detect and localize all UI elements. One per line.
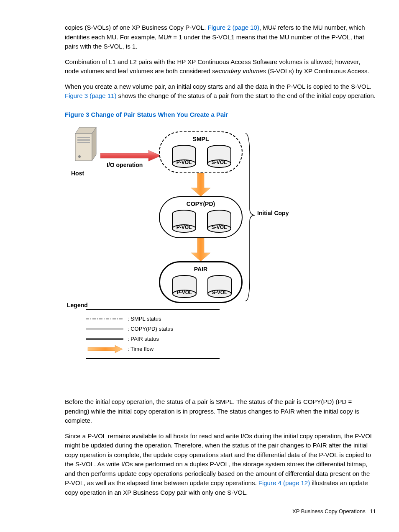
- pair-line-icon: [86, 338, 123, 340]
- paragraph-5: Since a P-VOL remains available to all h…: [65, 432, 376, 498]
- paragraph-4: Before the initial copy operation, the s…: [65, 397, 376, 426]
- copypd-status-box: COPY(PD) P-VOL S-VOL: [159, 196, 243, 238]
- host-icon: [73, 125, 102, 165]
- svol-cylinder: S-VOL: [207, 145, 232, 168]
- smpl-line-icon: [86, 319, 123, 319]
- page-number: 11: [370, 508, 376, 514]
- svol-cylinder: S-VOL: [207, 275, 232, 298]
- copypd-line-icon: [86, 329, 123, 329]
- page-footer: XP Business Copy Operations 11: [292, 507, 376, 516]
- pair-status-box: PAIR P-VOL S-VOL: [159, 261, 243, 303]
- pvol-cylinder: P-VOL: [171, 145, 197, 168]
- svg-marker-2: [92, 127, 96, 161]
- text: copies (S-VOLs) of one XP Business Copy …: [65, 24, 208, 31]
- svg-point-6: [78, 155, 81, 158]
- text: Since a P-VOL remains available to all h…: [65, 432, 373, 487]
- smpl-title: SMPL: [160, 135, 242, 144]
- host-label: Host: [71, 169, 84, 178]
- text: (S-VOLs) by XP Continuous Access.: [266, 67, 369, 75]
- paragraph-3: When you create a new volume pair, an in…: [65, 82, 376, 101]
- copypd-title: COPY(PD): [160, 200, 242, 208]
- svol-label: S-VOL: [207, 289, 232, 296]
- pvol-cylinder: P-VOL: [171, 210, 197, 233]
- smpl-status-box: SMPL P-VOL S-VOL: [159, 131, 243, 173]
- figure-2-link[interactable]: Figure 2 (page 10): [208, 24, 259, 31]
- svg-marker-7: [100, 150, 161, 161]
- figure-3-link[interactable]: Figure 3 (page 11): [65, 92, 116, 99]
- legend-row-timeflow: : Time flow: [86, 344, 220, 354]
- time-flow-arrow-icon: [190, 238, 211, 261]
- legend-row-pair: : PAIR status: [86, 334, 220, 344]
- legend-label: : SMPL status: [128, 315, 161, 323]
- pvol-cylinder: P-VOL: [172, 275, 197, 298]
- svg-marker-29: [191, 238, 210, 261]
- legend-label: : Time flow: [128, 345, 153, 353]
- initial-copy-label: Initial Copy: [257, 209, 289, 218]
- legend-label: : COPY(PD) status: [128, 325, 173, 333]
- timeflow-arrow-icon: [86, 345, 123, 353]
- pvol-label: P-VOL: [171, 224, 197, 231]
- legend-box: : SMPL status : COPY(PD) status : PAIR s…: [86, 309, 220, 359]
- svg-rect-5: [77, 142, 90, 143]
- figure-3-caption: Figure 3 Change of Pair Status When You …: [65, 110, 376, 120]
- legend-row-copypd: : COPY(PD) status: [86, 324, 220, 334]
- pvol-label: P-VOL: [172, 289, 197, 296]
- pvol-label: P-VOL: [171, 159, 197, 166]
- svol-label: S-VOL: [207, 159, 232, 166]
- text: When you create a new volume pair, an in…: [65, 83, 371, 90]
- time-flow-arrow-icon: [190, 173, 211, 196]
- brace-icon: [245, 131, 257, 303]
- text-italic: secondary volumes: [212, 67, 266, 75]
- svg-rect-4: [77, 139, 90, 141]
- text: shows the change of the status of a pair…: [116, 92, 376, 99]
- paragraph-2: Combination of L1 and L2 pairs with the …: [65, 57, 376, 76]
- svol-label: S-VOL: [207, 224, 232, 231]
- pair-title: PAIR: [160, 265, 241, 274]
- figure-4-link[interactable]: Figure 4 (page 12): [258, 479, 310, 486]
- io-operation-label: I/O operation: [107, 161, 143, 170]
- legend-title: Legend: [67, 301, 88, 310]
- paragraph-1: copies (S-VOLs) of one XP Business Copy …: [65, 23, 376, 51]
- svg-marker-18: [191, 173, 210, 196]
- svg-rect-3: [77, 137, 90, 138]
- legend-label: : PAIR status: [128, 335, 159, 343]
- figure-3-diagram: Host I/O operation SMPL P-VOL S-VOL COPY…: [65, 125, 316, 385]
- legend-row-smpl: : SMPL status: [86, 314, 220, 324]
- footer-section: XP Business Copy Operations: [292, 508, 366, 514]
- svg-marker-43: [88, 345, 123, 353]
- svol-cylinder: S-VOL: [207, 210, 232, 233]
